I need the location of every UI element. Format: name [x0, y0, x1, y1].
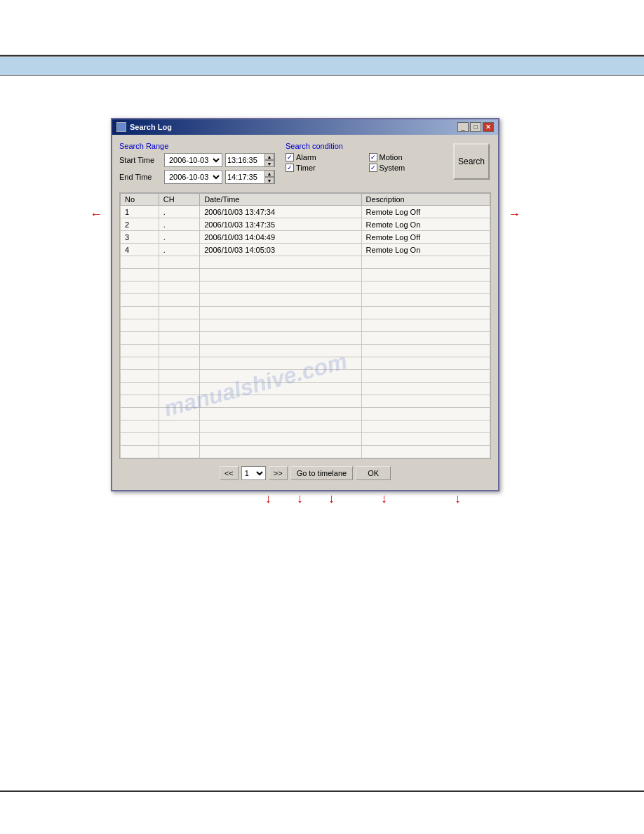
cell-description-empty [361, 395, 490, 408]
cell-description-empty [361, 269, 490, 282]
start-date-select[interactable]: 2006-10-03 [164, 153, 222, 167]
cell-no-empty [121, 433, 159, 446]
cell-ch-empty [159, 269, 199, 282]
cell-datetime-empty [200, 294, 361, 307]
table-row-empty [121, 370, 490, 383]
search-range-title: Search Range [119, 142, 279, 150]
cell-datetime-empty [200, 383, 361, 395]
table-row[interactable]: 4 . 2006/10/03 14:05:03 Remote Log On [121, 244, 490, 256]
table-header-row: No CH Date/Time Description [121, 194, 490, 206]
end-time-spinners: ▲ ▼ [264, 170, 274, 184]
end-time-input[interactable] [226, 173, 264, 181]
cell-datetime-empty [200, 446, 361, 458]
cell-datetime: 2006/10/03 14:05:03 [200, 244, 361, 256]
cell-datetime-empty [200, 345, 361, 357]
cell-description-empty [361, 433, 490, 446]
cell-ch-empty [159, 294, 199, 307]
table-row-empty [121, 319, 490, 332]
start-time-up[interactable]: ▲ [264, 153, 274, 160]
cell-description: Remote Log On [361, 218, 490, 231]
table-row-empty [121, 294, 490, 307]
motion-checkbox[interactable]: ✓ [369, 153, 377, 161]
table-row-empty [121, 282, 490, 294]
table-row-empty [121, 408, 490, 421]
page-select[interactable]: 1 [241, 466, 266, 480]
cell-no-empty [121, 294, 159, 307]
start-time-down[interactable]: ▼ [264, 160, 274, 167]
goto-timelane-button[interactable]: Go to timelane [290, 466, 354, 480]
cell-no-empty [121, 383, 159, 395]
ok-button[interactable]: OK [356, 466, 391, 480]
maximize-button[interactable]: □ [470, 122, 481, 132]
arrow-down-4-icon: ↓ [381, 491, 387, 506]
bottom-navigation: << 1 >> Go to timelane OK [119, 463, 491, 483]
timer-checkbox[interactable]: ✓ [286, 164, 294, 172]
arrow-left-icon: ← [90, 207, 102, 222]
minimize-button[interactable]: _ [457, 122, 469, 132]
search-log-dialog: Search Log _ □ ✕ Search Range Start Time… [111, 118, 499, 491]
table-row-empty [121, 383, 490, 395]
cell-ch-empty [159, 256, 199, 269]
cell-datetime-empty [200, 357, 361, 370]
col-ch: CH [159, 194, 199, 206]
system-checkbox[interactable]: ✓ [369, 164, 377, 172]
table-row-empty [121, 345, 490, 357]
cell-no-empty [121, 357, 159, 370]
cell-description-empty [361, 370, 490, 383]
alarm-checkbox[interactable]: ✓ [286, 153, 294, 161]
timer-label: Timer [296, 164, 316, 172]
start-time-input-wrap: ▲ ▼ [225, 153, 275, 167]
col-datetime: Date/Time [200, 194, 361, 206]
table-row-empty [121, 269, 490, 282]
cell-datetime-empty [200, 256, 361, 269]
cell-description: Remote Log On [361, 244, 490, 256]
table-row-empty [121, 332, 490, 345]
cell-description-empty [361, 421, 490, 433]
cell-description-empty [361, 294, 490, 307]
next-page-button[interactable]: >> [269, 466, 288, 480]
cell-datetime-empty [200, 370, 361, 383]
cell-description-empty [361, 282, 490, 294]
col-description: Description [361, 194, 490, 206]
search-button[interactable]: Search [453, 143, 490, 180]
cell-no-empty [121, 282, 159, 294]
cell-datetime-empty [200, 282, 361, 294]
table-row-empty [121, 395, 490, 408]
cell-description-empty [361, 256, 490, 269]
motion-label: Motion [380, 153, 403, 161]
cell-ch-empty [159, 421, 199, 433]
prev-page-button[interactable]: << [220, 466, 239, 480]
end-time-down[interactable]: ▼ [264, 177, 274, 184]
cell-datetime-empty [200, 332, 361, 345]
table-row[interactable]: 1 . 2006/10/03 13:47:34 Remote Log Off [121, 206, 490, 218]
cell-datetime: 2006/10/03 13:47:35 [200, 218, 361, 231]
cell-datetime-empty [200, 408, 361, 421]
table-row[interactable]: 3 . 2006/10/03 14:04:49 Remote Log Off [121, 231, 490, 244]
log-table: No CH Date/Time Description 1 . 2006/10/… [120, 193, 490, 458]
search-button-wrap: Search [452, 142, 491, 181]
table-row-empty [121, 421, 490, 433]
cell-datetime-empty [200, 395, 361, 408]
cell-ch-empty [159, 433, 199, 446]
end-time-up[interactable]: ▲ [264, 170, 274, 177]
start-time-input[interactable] [226, 156, 264, 164]
cell-description-empty [361, 345, 490, 357]
cell-description: Remote Log Off [361, 206, 490, 218]
cell-description-empty [361, 408, 490, 421]
cell-datetime-empty [200, 421, 361, 433]
cell-ch-empty [159, 357, 199, 370]
dialog-body: Search Range Start Time 2006-10-03 ▲ ▼ [112, 135, 498, 490]
end-date-select[interactable]: 2006-10-03 [164, 170, 222, 184]
cell-no-empty [121, 345, 159, 357]
cell-no-empty [121, 370, 159, 383]
cell-description-empty [361, 332, 490, 345]
table-row[interactable]: 2 . 2006/10/03 13:47:35 Remote Log On [121, 218, 490, 231]
arrow-down-5-icon: ↓ [455, 491, 461, 506]
search-condition-title: Search condition [286, 142, 445, 150]
cell-ch-empty [159, 282, 199, 294]
cell-no-empty [121, 395, 159, 408]
cell-ch: . [159, 231, 199, 244]
close-button[interactable]: ✕ [483, 122, 494, 132]
cell-no: 1 [121, 206, 159, 218]
alarm-label: Alarm [296, 153, 316, 161]
